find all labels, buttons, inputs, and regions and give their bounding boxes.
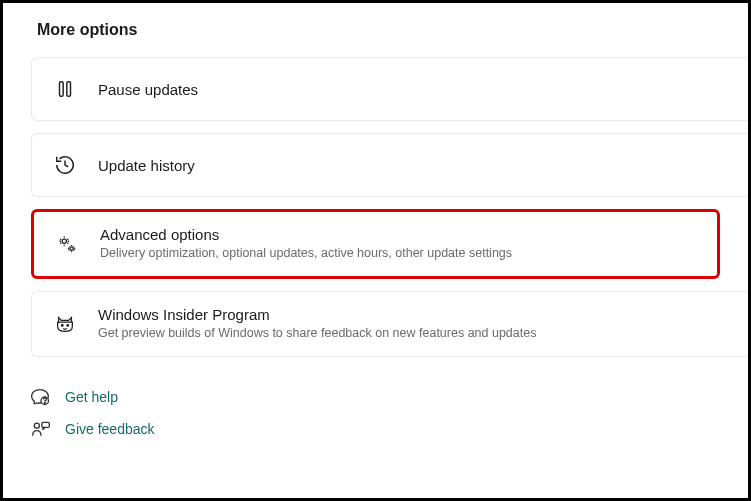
footer-link-label: Get help	[65, 389, 118, 405]
help-icon	[31, 387, 51, 407]
svg-point-7	[44, 402, 45, 403]
svg-point-2	[62, 239, 66, 243]
svg-rect-0	[60, 82, 64, 97]
svg-rect-9	[42, 422, 50, 427]
option-title: Update history	[98, 157, 195, 174]
svg-point-4	[61, 324, 63, 326]
options-list: Pause updates Update history Advanced op…	[3, 57, 748, 357]
option-text: Advanced options Delivery optimization, …	[100, 226, 512, 262]
section-heading: More options	[37, 21, 748, 39]
ninja-cat-icon	[54, 313, 76, 335]
option-title: Pause updates	[98, 81, 198, 98]
svg-rect-1	[67, 82, 71, 97]
option-subtitle: Get preview builds of Windows to share f…	[98, 325, 536, 342]
option-title: Advanced options	[100, 226, 512, 243]
get-help-link[interactable]: Get help	[31, 387, 748, 407]
gears-icon	[56, 233, 78, 255]
option-text: Update history	[98, 157, 195, 174]
option-advanced-options[interactable]: Advanced options Delivery optimization, …	[31, 209, 720, 279]
option-title: Windows Insider Program	[98, 306, 536, 323]
option-text: Pause updates	[98, 81, 198, 98]
svg-point-3	[70, 247, 73, 250]
feedback-icon	[31, 419, 51, 439]
option-text: Windows Insider Program Get preview buil…	[98, 306, 536, 342]
give-feedback-link[interactable]: Give feedback	[31, 419, 748, 439]
option-pause-updates[interactable]: Pause updates	[31, 57, 748, 121]
svg-point-8	[34, 423, 39, 428]
option-insider-program[interactable]: Windows Insider Program Get preview buil…	[31, 291, 748, 357]
footer-links: Get help Give feedback	[3, 387, 748, 439]
pause-icon	[54, 78, 76, 100]
svg-point-5	[67, 324, 69, 326]
footer-link-label: Give feedback	[65, 421, 155, 437]
option-update-history[interactable]: Update history	[31, 133, 748, 197]
history-icon	[54, 154, 76, 176]
option-subtitle: Delivery optimization, optional updates,…	[100, 245, 512, 262]
